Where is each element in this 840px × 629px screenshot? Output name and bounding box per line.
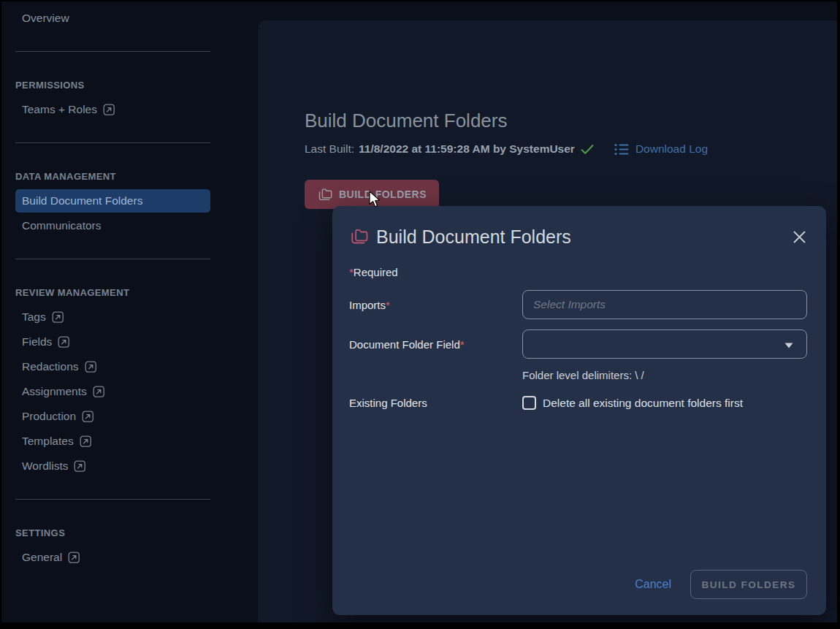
external-link-icon [58,336,70,348]
section-header-review-management: REVIEW MANAGEMENT [15,280,210,305]
sidebar-item-wordlists[interactable]: Wordlists [15,454,210,479]
imports-row: Imports* [349,290,807,319]
document-folder-field-select[interactable] [522,329,807,359]
external-link-icon [74,460,86,473]
close-icon [793,231,806,243]
sidebar-item-fields[interactable]: Fields [15,329,210,354]
document-folder-field-label: Document Folder Field* [349,338,522,351]
delete-existing-checkbox[interactable] [522,396,536,410]
external-link-icon [93,386,105,398]
document-folder-field-row: Document Folder Field* [349,329,807,359]
sidebar-item-label: Overview [22,12,69,25]
sidebar-divider [15,259,210,259]
external-link-icon [85,361,97,373]
build-document-folders-dialog: Build Document Folders *Required Imports… [332,206,826,615]
sidebar-divider [15,51,210,52]
sidebar-item-label: Teams + Roles [22,103,97,116]
sidebar-item-label: Wordlists [22,460,68,473]
dialog-header: Build Document Folders [349,225,807,248]
sidebar-item-general[interactable]: General [15,545,210,570]
sidebar-item-overview[interactable]: Overview [15,6,210,31]
sidebar-item-label: Build Document Folders [22,194,142,207]
required-asterisk: * [386,299,390,311]
sidebar-item-label: Tags [22,310,46,324]
last-built-prefix: Last Built: [305,141,354,157]
sidebar-item-assignments[interactable]: Assignments [15,379,210,404]
modal-build-folders-button[interactable]: BUILD FOLDERS [690,570,807,599]
chevron-down-icon [784,343,793,348]
sidebar-divider [15,499,210,500]
sidebar-item-label: Fields [22,335,52,348]
external-link-icon [52,311,64,324]
sidebar-item-label: Production [22,410,76,423]
folders-icon [349,228,368,245]
last-built-status: Last Built: 11/8/2022 at 11:59:28 AM by … [305,141,837,157]
existing-folders-label: Existing Folders [349,397,522,409]
imports-input[interactable] [522,290,807,319]
section-header-data-management: DATA MANAGEMENT [15,164,210,188]
sidebar-item-label: General [22,551,62,564]
sidebar-divider [15,142,210,143]
list-icon [614,143,629,156]
sidebar-item-build-document-folders[interactable]: Build Document Folders [15,189,210,213]
app-screen: Overview PERMISSIONS Teams + Roles DATA … [1,1,837,622]
sidebar-item-tags[interactable]: Tags [15,305,210,329]
folders-icon [317,188,332,202]
build-folders-button[interactable]: BUILD FOLDERS [305,180,439,209]
sidebar-item-templates[interactable]: Templates [15,429,210,454]
sidebar-item-communicators[interactable]: Communicators [15,213,210,238]
existing-folders-row: Existing Folders Delete all existing doc… [349,396,807,410]
delete-existing-checkbox-label: Delete all existing document folders fir… [543,397,743,410]
download-log-link[interactable]: Download Log [635,141,708,157]
section-header-settings: SETTINGS [15,520,210,545]
required-note: *Required [349,266,807,278]
sidebar-item-redactions[interactable]: Redactions [15,354,210,379]
cancel-button[interactable]: Cancel [635,578,671,591]
section-header-permissions: PERMISSIONS [15,72,210,97]
close-button[interactable] [791,229,807,245]
sidebar-item-teams-roles[interactable]: Teams + Roles [15,97,210,122]
required-asterisk: * [460,338,465,351]
build-folders-button-label: BUILD FOLDERS [339,188,427,200]
sidebar-item-label: Redactions [22,360,79,373]
sidebar-item-label: Templates [22,435,74,448]
external-link-icon [103,104,115,116]
delimiters-hint: Folder level delimiters: \ / [522,369,807,381]
sidebar: Overview PERMISSIONS Teams + Roles DATA … [1,1,258,622]
dialog-footer: Cancel BUILD FOLDERS [349,570,807,599]
sidebar-item-label: Communicators [22,219,102,232]
page-title: Build Document Folders [305,109,837,132]
external-link-icon [80,435,92,448]
dialog-title: Build Document Folders [376,226,571,248]
window-frame: Overview PERMISSIONS Teams + Roles DATA … [0,0,840,629]
sidebar-item-label: Assignments [22,385,87,398]
last-built-value: 11/8/2022 at 11:59:28 AM by SystemUser [359,141,575,157]
sidebar-item-production[interactable]: Production [15,404,210,429]
check-icon [581,144,594,155]
required-label: Required [354,266,398,278]
external-link-icon [82,411,94,423]
external-link-icon [68,552,80,564]
imports-label: Imports* [349,299,522,311]
